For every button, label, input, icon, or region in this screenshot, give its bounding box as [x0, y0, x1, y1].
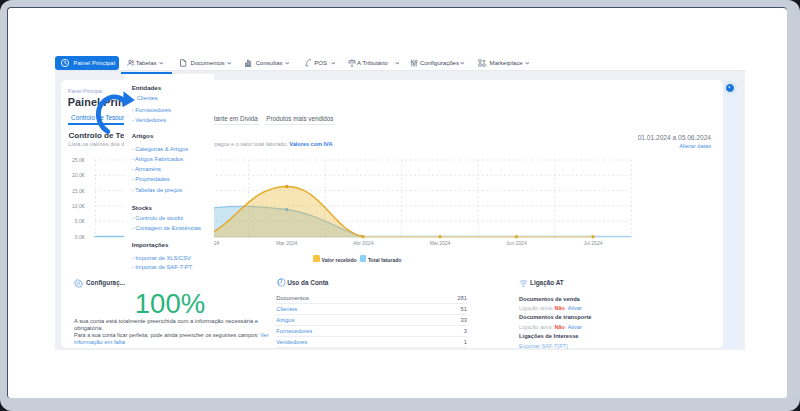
svg-text:Mar 2024: Mar 2024 — [276, 240, 297, 246]
svg-text:5,0€: 5,0€ — [75, 218, 85, 224]
svg-text:10,0€: 10,0€ — [72, 203, 85, 209]
svg-text:24: 24 — [214, 240, 220, 246]
svg-text:Jun 2024: Jun 2024 — [506, 240, 527, 246]
svg-text:25,0€: 25,0€ — [72, 157, 85, 163]
svg-text:15,0€: 15,0€ — [72, 188, 85, 194]
svg-text:Mai 2024: Mai 2024 — [430, 240, 451, 246]
svg-text:Jul 2024: Jul 2024 — [584, 240, 603, 246]
svg-text:20,0€: 20,0€ — [72, 172, 85, 178]
svg-text:0,0€: 0,0€ — [75, 234, 85, 240]
svg-text:Abr 2024: Abr 2024 — [353, 240, 374, 246]
